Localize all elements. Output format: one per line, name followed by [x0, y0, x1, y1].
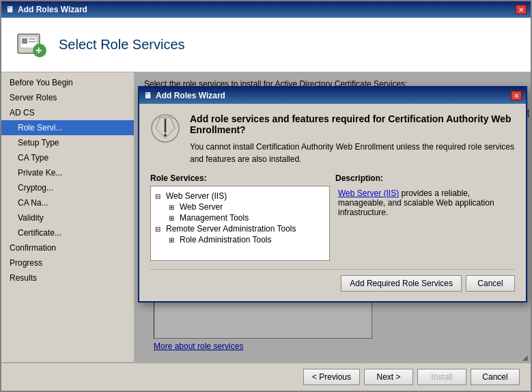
title-bar: 🖥 Add Roles Wizard ✕ [1, 1, 531, 18]
sidebar: Before You Begin Server Roles AD CS Role… [1, 72, 135, 362]
modal-text-area: Add role services and features required … [190, 113, 515, 165]
tree-label-management-tools: Management Tools [180, 213, 249, 223]
sidebar-item-ad-cs[interactable]: AD CS [1, 105, 134, 120]
modal-title: Add Roles Wizard [156, 91, 225, 100]
svg-rect-4 [29, 41, 36, 42]
sidebar-item-results[interactable]: Results [1, 270, 134, 285]
cancel-button[interactable]: Cancel [471, 369, 520, 385]
tree-item-remote-server-admin: ⊟ Remote Server Administration Tools [155, 223, 325, 234]
modal-body: Add role services and features required … [139, 104, 526, 301]
next-button[interactable]: Next > [364, 369, 413, 385]
modal-overlay: 🖥 Add Roles Wizard ✕ [135, 72, 531, 362]
sidebar-item-validity[interactable]: Validity [1, 210, 134, 225]
modal-dialog: 🖥 Add Roles Wizard ✕ [138, 86, 527, 303]
previous-button[interactable]: < Previous [303, 369, 360, 385]
sidebar-item-server-roles[interactable]: Server Roles [1, 90, 134, 105]
modal-cancel-button[interactable]: Cancel [466, 275, 515, 292]
modal-right-section: Description: Web Server (IIS) provides a… [335, 173, 515, 261]
tree-label-remote-server-admin: Remote Server Administration Tools [166, 224, 296, 234]
sidebar-item-ca-name[interactable]: CA Na... [1, 195, 134, 210]
window-body: + Select Role Services Before You Begin … [1, 18, 531, 391]
right-content: Select the role services to install for … [135, 72, 531, 362]
role-services-header: Role Services: [150, 173, 330, 183]
modal-window-icon: 🖥 [143, 91, 152, 100]
web-server-iis-link[interactable]: Web Server (IIS) [338, 188, 399, 198]
tree-label-web-server: Web Server [180, 202, 223, 212]
sidebar-item-before-you-begin[interactable]: Before You Begin [1, 75, 134, 90]
modal-top: Add role services and features required … [150, 113, 515, 165]
svg-rect-2 [22, 38, 27, 44]
header-icon: + [15, 29, 48, 61]
tree-item-management-tools: ⊞ Management Tools [169, 212, 325, 223]
sidebar-item-confirmation[interactable]: Confirmation [1, 240, 134, 255]
tree-item-web-server-iis: ⊟ Web Server (IIS) [155, 191, 325, 201]
window-icon: 🖥 [5, 5, 14, 14]
modal-icon [150, 113, 180, 143]
bottom-bar: < Previous Next > Install Cancel [1, 362, 531, 391]
sidebar-item-certificate-db[interactable]: Certificate... [1, 225, 134, 240]
modal-columns: Role Services: ⊟ Web Server (IIS) [150, 173, 515, 261]
sidebar-item-cryptography[interactable]: Cryptog... [1, 180, 134, 195]
modal-question-title: Add role services and features required … [190, 113, 515, 135]
sidebar-item-setup-type[interactable]: Setup Type [1, 135, 134, 150]
content-area: Before You Begin Server Roles AD CS Role… [1, 72, 531, 362]
page-header: + Select Role Services [1, 18, 531, 72]
role-services-tree: ⊟ Web Server (IIS) ⊞ Web Server [150, 186, 330, 261]
svg-point-8 [164, 134, 167, 137]
sidebar-item-private-key[interactable]: Private Ke... [1, 165, 134, 180]
modal-buttons: Add Required Role Services Cancel [150, 269, 515, 292]
modal-left-section: Role Services: ⊟ Web Server (IIS) [150, 173, 330, 261]
description-header: Description: [335, 173, 515, 183]
sidebar-item-progress[interactable]: Progress [1, 255, 134, 270]
tree-label-role-admin-tools: Role Administration Tools [180, 235, 272, 244]
close-button[interactable]: ✕ [516, 5, 527, 14]
modal-close-button[interactable]: ✕ [511, 91, 522, 100]
svg-text:+: + [36, 44, 42, 56]
tree-item-web-server: ⊞ Web Server [169, 201, 325, 212]
svg-rect-3 [29, 38, 36, 40]
tree-label-web-server-iis: Web Server (IIS) [166, 191, 227, 201]
tree-item-role-admin-tools: ⊞ Role Administration Tools [169, 234, 325, 245]
add-required-role-services-button[interactable]: Add Required Role Services [341, 275, 462, 292]
description-content: Web Server (IIS) provides a reliable, ma… [335, 186, 515, 220]
main-window: 🖥 Add Roles Wizard ✕ + Select Role Servi… [0, 0, 532, 392]
sidebar-item-ca-type[interactable]: CA Type [1, 150, 134, 165]
modal-description: You cannot install Certification Authori… [190, 141, 515, 165]
window-title: Add Roles Wizard [18, 5, 87, 14]
install-button[interactable]: Install [417, 369, 466, 385]
header-title: Select Role Services [59, 37, 185, 53]
sidebar-item-role-services[interactable]: Role Servi... [1, 120, 134, 135]
modal-title-bar: 🖥 Add Roles Wizard ✕ [139, 87, 526, 104]
